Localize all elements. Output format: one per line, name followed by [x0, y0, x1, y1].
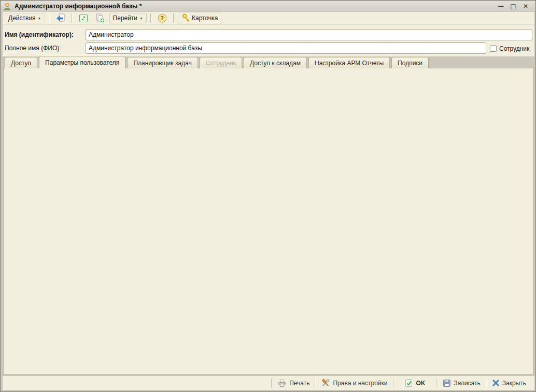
employee-checkbox[interactable] [490, 45, 497, 52]
tab-planirovschik-zadach[interactable]: Планировщик задач [127, 57, 198, 68]
key-icon [181, 13, 190, 23]
fullname-input[interactable] [86, 42, 486, 54]
help-button[interactable]: ? [155, 11, 170, 25]
tools-icon [321, 379, 330, 388]
tab-podpisi[interactable]: Подписи [391, 57, 429, 68]
name-input[interactable] [86, 29, 532, 40]
ok-check-icon [404, 379, 414, 388]
tab-panel [4, 68, 533, 375]
tab-parametry-polzovatelya[interactable]: Параметры пользователя [39, 56, 125, 68]
refresh-button[interactable] [76, 11, 91, 25]
copy-plus-icon [95, 13, 105, 23]
copy-button[interactable] [93, 11, 107, 25]
tab-label: Настройка АРМ Отчеты [315, 60, 384, 67]
write-document-icon [55, 13, 66, 23]
minimize-button[interactable]: — [497, 3, 505, 10]
tab-label: Доступ к складам [250, 60, 301, 67]
tab-dostup[interactable]: Доступ [5, 57, 37, 68]
goto-menu-label: Перейти [113, 14, 138, 22]
tab-label: Сотрудник [206, 60, 236, 67]
maximize-button[interactable]: □ [509, 3, 517, 10]
card-button-label: Карточка [192, 14, 218, 22]
employee-checkbox-label: Сотрудник [499, 45, 529, 52]
chevron-down-icon: ▼ [38, 17, 41, 20]
ok-button[interactable]: OK [395, 378, 435, 389]
help-icon: ? [157, 13, 167, 23]
close-button[interactable]: ✕ [521, 3, 530, 10]
tab-strip: Доступ Параметры пользователя Планировщи… [5, 57, 429, 68]
app-icon [3, 2, 11, 10]
toolbar: Действия ▼ [3, 12, 534, 25]
tab-nastroyka-arm-otchety[interactable]: Настройка АРМ Отчеты [308, 57, 390, 68]
floppy-icon [442, 379, 452, 388]
footer-separator [486, 379, 487, 388]
footer-separator [393, 379, 394, 388]
write-object-button[interactable] [53, 11, 68, 25]
tab-label: Подписи [398, 60, 422, 67]
rights-settings-button[interactable]: Права и настройки [317, 378, 391, 389]
fullname-label: Полное имя (ФИО): [5, 45, 61, 52]
footer-bar: Печать Права и настройки OK [3, 376, 534, 390]
tab-label: Доступ [11, 60, 31, 67]
tab-sotrudnik: Сотрудник [200, 57, 242, 68]
toolbar-separator [173, 13, 174, 23]
close-form-button[interactable]: Закрыть [488, 378, 530, 388]
print-button-label: Печать [289, 380, 309, 387]
name-label: Имя (идентификатор): [5, 31, 74, 38]
tab-dostup-k-skladam[interactable]: Доступ к складам [244, 57, 307, 68]
svg-text:?: ? [161, 15, 164, 22]
card-button[interactable]: Карточка [178, 12, 221, 24]
footer-separator [436, 379, 437, 388]
toolbar-separator [49, 13, 50, 23]
footer-separator [271, 379, 272, 388]
tab-label: Параметры пользователя [45, 59, 119, 66]
rights-settings-button-label: Права и настройки [333, 380, 387, 387]
printer-icon [277, 379, 287, 388]
window-controls: — □ ✕ [497, 3, 533, 10]
close-x-icon [492, 379, 500, 387]
title-bar[interactable]: Администратор информационной базы * — □ … [1, 1, 535, 11]
refresh-icon [78, 13, 89, 23]
ok-button-label: OK [416, 380, 426, 387]
tab-label: Планировщик задач [133, 60, 191, 67]
save-button-label: Записать [454, 380, 481, 387]
app-window: Администратор информационной базы * — □ … [0, 0, 536, 392]
close-form-button-label: Закрыть [502, 380, 526, 387]
toolbar-separator [72, 13, 73, 23]
window-title: Администратор информационной базы * [15, 3, 142, 10]
chevron-down-icon: ▼ [139, 17, 143, 20]
save-button[interactable]: Записать [438, 378, 485, 389]
actions-menu-label: Действия [8, 14, 36, 22]
toolbar-separator [150, 13, 151, 23]
footer-separator [315, 379, 316, 388]
goto-menu-button[interactable]: Перейти ▼ [109, 13, 147, 23]
actions-menu-button[interactable]: Действия ▼ [5, 13, 45, 23]
print-button[interactable]: Печать [273, 378, 314, 389]
